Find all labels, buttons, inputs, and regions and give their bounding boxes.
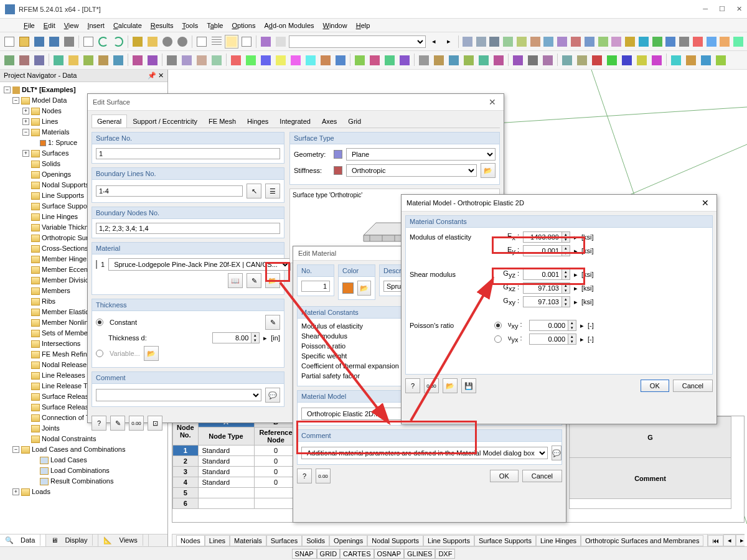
tb-misc-icon[interactable] [543,35,555,49]
tb-doc-icon[interactable] [82,35,95,49]
variable-icon[interactable]: 📂 [144,346,159,361]
gxz-spinner[interactable]: ▴▾ [523,282,570,294]
tb-open-icon[interactable] [17,35,31,49]
tb-grid-icon[interactable] [210,35,223,49]
save-icon[interactable]: 💾 [461,378,476,393]
tb2-icon[interactable] [82,54,95,67]
bottom-tab[interactable]: Orthotropic Surfaces and Membranes [581,535,703,546]
tab-nav-next-icon[interactable]: ▸ [736,534,745,546]
maximize-button[interactable]: ☐ [719,5,725,13]
nav-tab-data[interactable]: 🔍 Data [0,534,46,546]
tb-list-icon[interactable] [274,35,288,49]
ex-spinner[interactable]: ▴▾ [523,231,570,243]
tb-redo-icon[interactable] [111,35,125,49]
menu-calculate[interactable]: Calculate [110,21,146,30]
menu-results[interactable]: Results [147,21,177,30]
tb-misc-icon[interactable] [705,35,718,49]
tb-saveall-icon[interactable] [47,35,61,49]
menu-table[interactable]: Table [203,21,227,30]
tb2-icon[interactable] [244,54,258,67]
boundary-nodes-input[interactable] [96,223,280,234]
nav-tab-views[interactable]: 📐 Views [98,534,148,546]
gyz-spinner[interactable]: ▴▾ [523,269,570,280]
expand-icon[interactable]: + [22,150,29,157]
tb2-icon[interactable] [353,54,367,67]
tb2-icon[interactable] [620,54,634,67]
tb-save-icon[interactable] [32,35,46,49]
tb-misc-icon[interactable] [475,35,487,49]
pick-icon[interactable]: ↖ [247,184,261,198]
material-no-input[interactable] [301,281,330,292]
menu-tools[interactable]: Tools [178,21,202,30]
bottom-tab[interactable]: Line Supports [423,535,474,546]
navigator-pin-icon[interactable]: 📌 ✕ [148,72,164,80]
edit-material-icon[interactable]: 📂 [265,273,280,288]
tree-item[interactable]: Result Combinations [1,476,166,487]
radio-vxy[interactable] [494,322,502,329]
material-color-swatch[interactable] [342,282,354,294]
radio-constant[interactable] [96,319,103,326]
tb2-icon[interactable] [146,54,159,67]
ok-button[interactable]: OK [641,380,669,392]
tb-tool-icon[interactable] [131,35,144,49]
status-osnap[interactable]: OSNAP [374,549,405,559]
tb-new-icon[interactable] [2,35,16,49]
tb-misc-icon[interactable] [461,35,474,49]
tb2-icon[interactable] [684,54,698,67]
tab-general[interactable]: General [92,114,127,128]
bottom-tab[interactable]: Solids [302,535,329,546]
tb-panel2-icon[interactable] [240,35,253,49]
menu-help[interactable]: Help [352,21,374,30]
tb2-icon[interactable] [229,54,243,67]
tb-misc-icon[interactable] [651,35,664,49]
bottom-tab[interactable]: Materials [230,535,266,546]
tab-grid[interactable]: Grid [342,114,367,128]
tb-misc-icon[interactable] [529,35,542,49]
tree-item[interactable]: Load Cases [1,455,166,465]
tab-axes[interactable]: Axes [316,114,342,128]
fit-icon[interactable]: ⊡ [148,416,162,431]
tb-table-icon[interactable] [195,35,209,49]
tb-misc-icon[interactable] [692,35,704,49]
radio-variable[interactable] [96,350,103,357]
status-glines[interactable]: GLINES [404,549,435,559]
tb-panel-icon[interactable] [225,35,238,49]
tb-gear-icon[interactable] [161,35,174,49]
color-pick-icon[interactable]: 📂 [357,281,371,296]
tb2-icon[interactable] [368,54,382,67]
tb2-icon[interactable] [52,54,65,67]
tb2-icon[interactable] [462,54,476,67]
close-icon[interactable]: ✕ [699,198,712,208]
help-icon[interactable]: ? [92,416,106,431]
radio-vyx[interactable] [494,335,502,343]
menu-file[interactable]: File [20,21,39,30]
comment-icon[interactable]: 💬 [265,388,280,403]
expand-icon[interactable]: − [22,129,29,136]
units-icon[interactable]: 0.00 [424,378,439,393]
tb2-icon[interactable] [526,54,540,67]
tb2-icon[interactable] [492,54,505,67]
bottom-tab[interactable]: Openings [329,535,367,546]
tb2-icon[interactable] [605,54,619,67]
tb2-icon[interactable] [319,54,332,67]
status-grid[interactable]: GRID [317,549,341,559]
expand-icon[interactable]: − [12,97,19,104]
gxy-spinner[interactable]: ▴▾ [523,296,570,307]
vxy-spinner[interactable]: ▴▾ [529,320,576,331]
tab-nav-prev-icon[interactable]: ◂ [723,534,736,546]
tb2-icon[interactable] [575,54,589,67]
bottom-tab[interactable]: Line Hinges [536,535,581,546]
expand-icon[interactable]: − [4,86,11,93]
tb2-icon[interactable] [32,54,46,67]
tb-render-icon[interactable] [259,35,273,49]
units-icon[interactable]: 0.00 [316,469,331,483]
tb2-icon[interactable] [511,54,525,67]
tb2-icon[interactable] [334,54,347,67]
menu-window[interactable]: Window [319,21,351,30]
tb-bolt-icon[interactable] [146,35,159,49]
tab-integrated[interactable]: Integrated [274,114,316,128]
tb2-icon[interactable] [274,54,288,67]
cancel-button[interactable]: Cancel [522,470,562,482]
tb2-icon[interactable] [432,54,446,67]
tree-item[interactable]: Load Combinations [1,465,166,476]
